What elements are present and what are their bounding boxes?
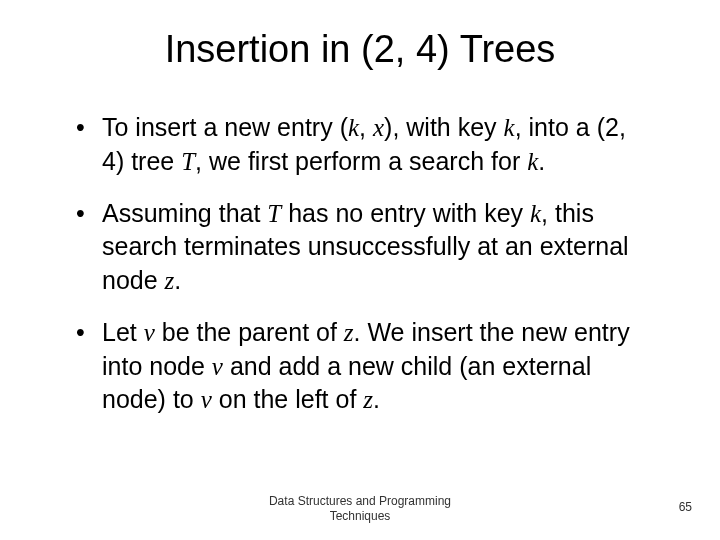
text: . [174, 266, 181, 294]
text: . [538, 147, 545, 175]
var-z: z [363, 386, 373, 413]
footer-line: Techniques [240, 509, 480, 524]
text: , we first perform a search for [195, 147, 527, 175]
slide-footer: Data Structures and Programming Techniqu… [0, 494, 720, 528]
var-T: T [267, 200, 281, 227]
var-k: k [527, 148, 538, 175]
var-v: v [201, 386, 212, 413]
text: on the left of [212, 385, 364, 413]
text: . [373, 385, 380, 413]
slide-title: Insertion in (2, 4) Trees [40, 28, 680, 71]
var-x: x [373, 114, 384, 141]
var-k: k [530, 200, 541, 227]
text: , [359, 113, 373, 141]
text: Assuming that [102, 199, 267, 227]
text: , with key [392, 113, 503, 141]
var-z: z [165, 267, 175, 294]
var-k: k [504, 114, 515, 141]
bullet-item: Assuming that T has no entry with key k,… [76, 197, 650, 298]
footer-line: Data Structures and Programming [240, 494, 480, 509]
slide: Insertion in (2, 4) Trees To insert a ne… [0, 0, 720, 540]
bullet-item: Let v be the parent of z. We insert the … [76, 316, 650, 417]
text: Let [102, 318, 144, 346]
var-v: v [144, 319, 155, 346]
bullet-item: To insert a new entry (k, x), with key k… [76, 111, 650, 179]
var-T: T [181, 148, 195, 175]
text: ( [340, 113, 348, 141]
text: be the parent of [155, 318, 344, 346]
slide-content: To insert a new entry (k, x), with key k… [40, 111, 680, 417]
var-z: z [344, 319, 354, 346]
bullet-list: To insert a new entry (k, x), with key k… [76, 111, 650, 417]
footer-text: Data Structures and Programming Techniqu… [240, 494, 480, 524]
page-number: 65 [679, 500, 692, 514]
text: To insert a new entry [102, 113, 340, 141]
text: has no entry with key [281, 199, 530, 227]
var-v: v [212, 353, 223, 380]
var-k: k [348, 114, 359, 141]
